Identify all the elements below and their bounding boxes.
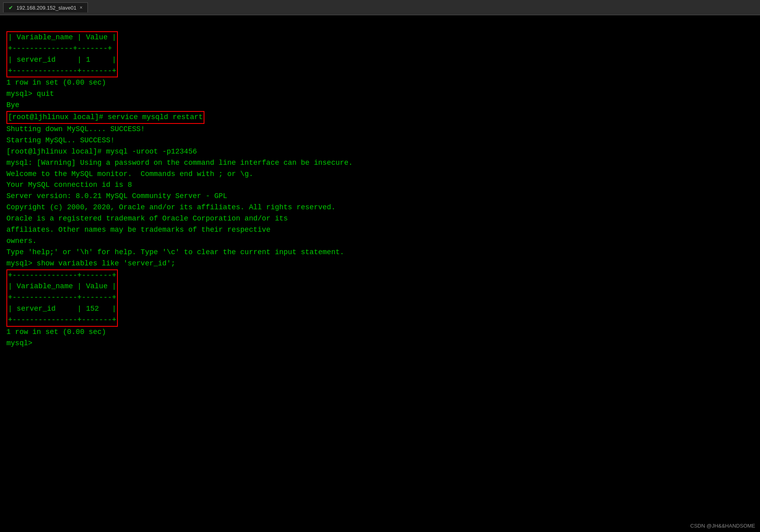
terminal-line: owners. (6, 236, 754, 247)
tab-label: 192.168.209.152_slave01 (16, 5, 77, 11)
terminal-line: | Variable_name | Value | (8, 281, 116, 292)
tab-close-icon[interactable]: × (80, 5, 83, 10)
terminal-line: Server version: 8.0.21 MySQL Community S… (6, 191, 754, 202)
terminal-line: Type 'help;' or '\h' for help. Type '\c'… (6, 247, 754, 258)
terminal-line: +---------------+-------+ (8, 270, 116, 281)
terminal-line: | server_id | 152 | (8, 303, 116, 315)
terminal-line: [root@ljhlinux local]# mysql -uroot -p12… (6, 146, 754, 158)
terminal-line: mysql: [Warning] Using a password on the… (6, 158, 754, 169)
terminal-line: | server_id | 1 | (8, 55, 116, 66)
terminal-line: Shutting down MySQL.... SUCCESS! (6, 124, 754, 135)
terminal-tab[interactable]: ✔ 192.168.209.152_slave01 × (3, 2, 88, 12)
terminal-line: 1 row in set (0.00 sec) (6, 327, 754, 338)
terminal-line: mysql> (6, 338, 754, 349)
tab-check-icon: ✔ (8, 4, 13, 11)
terminal-line: +--------------+-------+ (8, 43, 116, 55)
title-bar: ✔ 192.168.209.152_slave01 × (0, 0, 760, 15)
watermark: CSDN @JH&&HANDSOME (690, 523, 755, 529)
terminal-line: +---------------+-------+ (8, 315, 116, 326)
highlight-box-bottom-table: +---------------+-------+| Variable_name… (6, 269, 118, 327)
terminal-line: Bye (6, 100, 754, 111)
highlight-box-top-table: | Variable_name | Value |+--------------… (6, 31, 118, 78)
terminal-line: 1 row in set (0.00 sec) (6, 77, 754, 89)
terminal-line: Welcome to the MySQL monitor. Commands e… (6, 169, 754, 180)
terminal-line: Starting MySQL.. SUCCESS! (6, 135, 754, 146)
terminal-line: [root@ljhlinux local]# service mysqld re… (8, 112, 203, 123)
highlight-box-service-restart: [root@ljhlinux local]# service mysqld re… (6, 111, 204, 124)
terminal-line: mysql> show variables like 'server_id'; (6, 258, 754, 269)
terminal-line: affiliates. Other names may be trademark… (6, 225, 754, 236)
terminal-line: Your MySQL connection id is 8 (6, 180, 754, 191)
terminal-line: | Variable_name | Value | (8, 32, 116, 43)
terminal-line: mysql> quit (6, 89, 754, 100)
terminal-line: +---------------+-------+ (8, 66, 116, 77)
terminal-line: +---------------+-------+ (8, 292, 116, 303)
terminal-line: Copyright (c) 2000, 2020, Oracle and/or … (6, 202, 754, 213)
terminal-body: | Variable_name | Value |+--------------… (0, 15, 760, 354)
terminal-line: Oracle is a registered trademark of Orac… (6, 213, 754, 225)
